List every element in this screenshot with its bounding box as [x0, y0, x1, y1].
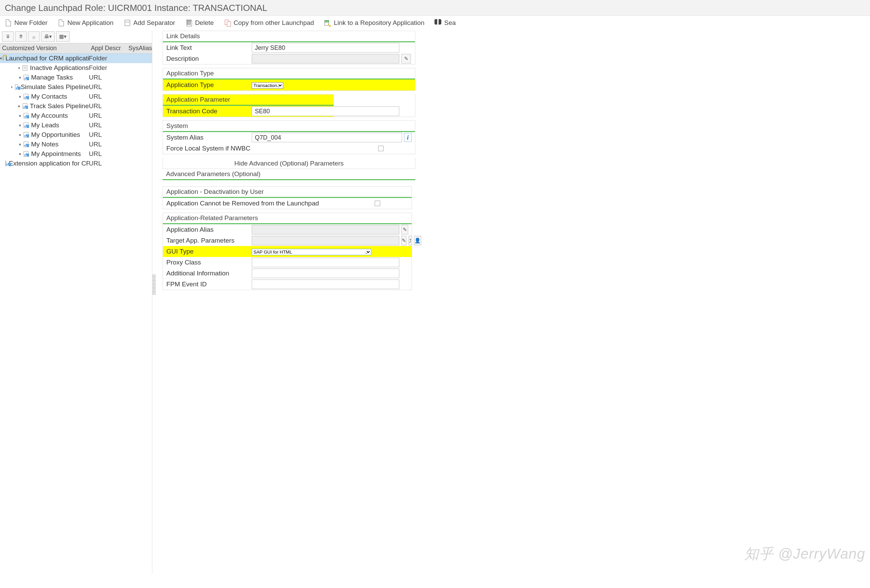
link-repository-application-button[interactable]: Link to a Repository Application: [324, 19, 424, 27]
folder-icon: [3, 56, 3, 61]
system-alias-input[interactable]: [252, 133, 402, 142]
new-folder-button[interactable]: New Folder: [5, 19, 48, 27]
chart-icon: [24, 132, 28, 138]
bullet-icon: [19, 115, 21, 117]
bullet-icon: [19, 134, 21, 136]
page-icon: [5, 19, 12, 27]
target-app-user-button[interactable]: 👤: [414, 236, 421, 245]
proxy-class-input[interactable]: [252, 258, 399, 267]
group-title-app-related: Application-Related Parameters: [163, 212, 411, 224]
tree-item-label: My Notes: [31, 141, 58, 148]
tree-item-descr: Folder: [89, 64, 127, 72]
copy-from-launchpad-button[interactable]: Copy from other Launchpad: [224, 19, 314, 27]
tree-item-label: Manage Tasks: [31, 74, 73, 81]
application-type-label: Application Type: [166, 81, 252, 89]
tree-item-row[interactable]: My OpportunitiesURL: [0, 130, 152, 140]
expand-all-button[interactable]: ⤋: [2, 31, 13, 42]
transaction-code-input[interactable]: [252, 107, 399, 116]
chart-icon: [24, 94, 28, 99]
chart-icon: [24, 113, 28, 119]
page-icon: [22, 65, 27, 71]
tree-item-descr: URL: [89, 150, 127, 158]
tree-root-row[interactable]: ▾Launchpad for CRM application Folder: [0, 53, 152, 63]
bullet-icon: [11, 86, 12, 88]
advanced-parameters-title: Advanced Parameters (Optional): [162, 169, 416, 180]
group-title-deactivation: Application - Deactivation by User: [163, 186, 411, 198]
tree-item-row[interactable]: My AccountsURL: [0, 111, 152, 120]
tree-item-label: Inactive Applications: [30, 64, 89, 72]
application-type-select[interactable]: Transaction: [252, 82, 283, 89]
find-button[interactable]: ⌕: [28, 31, 40, 42]
search-button[interactable]: Sea: [435, 19, 456, 27]
tree-item-row[interactable]: My NotesURL: [0, 140, 152, 149]
tree-root-descr: Folder: [89, 55, 127, 62]
tree-item-row[interactable]: My LeadsURL: [0, 120, 152, 130]
target-app-hierarchy-button[interactable]: ⤴: [408, 236, 412, 245]
separator-icon: [124, 19, 131, 27]
search-label: Sea: [444, 19, 456, 27]
link-text-input[interactable]: [252, 43, 399, 53]
tree-item-row[interactable]: My ContactsURL: [0, 92, 152, 101]
tree-item-descr: URL: [89, 131, 127, 138]
system-alias-info-button[interactable]: i: [404, 133, 411, 142]
tree-panel: ⤋ ⤊ ⌕ 🖶▾ ▦▾ Customized Version Appl Desc…: [0, 30, 152, 574]
description-input[interactable]: [252, 54, 399, 64]
new-application-button[interactable]: New Application: [58, 19, 113, 27]
tree-header-descr: Appl Descr: [89, 43, 127, 53]
bullet-icon: [18, 67, 20, 69]
expand-toggle-icon[interactable]: ▾: [0, 56, 2, 61]
form-panel: Link Details Link Text Description ✎ App…: [152, 30, 870, 574]
add-separator-button[interactable]: Add Separator: [124, 19, 175, 27]
bullet-icon: [19, 77, 21, 79]
tree-header-name: Customized Version: [0, 43, 89, 53]
tree-item-label: Extension application for CR: [9, 160, 89, 167]
description-edit-button[interactable]: ✎: [401, 54, 411, 64]
tree-item-label: My Appointments: [31, 150, 81, 158]
collapse-all-button[interactable]: ⤊: [15, 31, 27, 42]
application-alias-edit-button[interactable]: ✎: [401, 225, 408, 235]
force-local-label: Force Local System if NWBC: [166, 145, 378, 152]
gui-type-label: GUI Type: [166, 248, 252, 255]
copy-label: Copy from other Launchpad: [234, 19, 314, 27]
tree-body: ▾Launchpad for CRM application Folder In…: [0, 53, 152, 574]
tree-item-descr: URL: [89, 83, 127, 91]
tree-item-descr: URL: [89, 74, 127, 81]
watermark: 知乎 @JerryWang: [744, 544, 865, 563]
print-button[interactable]: 🖶▾: [41, 31, 55, 42]
tree-item-row[interactable]: My AppointmentsURL: [0, 149, 152, 159]
copy-icon: [224, 19, 231, 27]
tree-item-row[interactable]: Track Sales PipelineURL: [0, 101, 152, 111]
splitter-handle[interactable]: [152, 275, 156, 295]
target-app-edit-button[interactable]: ✎: [401, 236, 407, 245]
tree-header: Customized Version Appl Descr SysAlias: [0, 43, 152, 53]
delete-button[interactable]: Delete: [185, 19, 214, 27]
link-repo-label: Link to a Repository Application: [334, 19, 424, 27]
tree-item-descr: URL: [89, 93, 127, 100]
tree-item-row[interactable]: Simulate Sales PipelineURL: [0, 82, 152, 92]
gui-type-select[interactable]: SAP GUI for HTML: [252, 249, 371, 255]
system-alias-label: System Alias: [166, 134, 252, 141]
tree-item-row[interactable]: Extension application for CRURL: [0, 159, 152, 168]
group-app-related: Application-Related Parameters Applicati…: [162, 212, 412, 290]
chart-icon: [24, 75, 28, 80]
bullet-icon: [18, 105, 20, 107]
force-local-checkbox[interactable]: [378, 146, 384, 151]
cannot-remove-label: Application Cannot be Removed from the L…: [166, 200, 375, 207]
group-application-type: Application Type Application Type Transa…: [162, 68, 416, 91]
add-separator-label: Add Separator: [133, 19, 175, 27]
tree-item-row[interactable]: Inactive ApplicationsFolder: [0, 63, 152, 73]
additional-info-label: Additional Information: [166, 270, 252, 277]
bullet-icon: [19, 144, 21, 146]
tree-item-row[interactable]: Manage TasksURL: [0, 73, 152, 82]
fpm-event-input[interactable]: [252, 279, 399, 289]
tree-item-descr: URL: [89, 112, 127, 119]
new-application-label: New Application: [67, 19, 113, 27]
toggle-advanced-button[interactable]: Hide Advanced (Optional) Parameters: [162, 158, 416, 169]
layout-button[interactable]: ▦▾: [56, 31, 70, 42]
target-app-input[interactable]: [252, 236, 399, 245]
additional-info-input[interactable]: [252, 269, 399, 278]
group-title-application-parameter: Application Parameter: [163, 94, 334, 106]
cannot-remove-checkbox[interactable]: [375, 200, 380, 206]
application-alias-input[interactable]: [252, 225, 399, 235]
main-toolbar: New Folder New Application Add Separator…: [0, 16, 870, 30]
